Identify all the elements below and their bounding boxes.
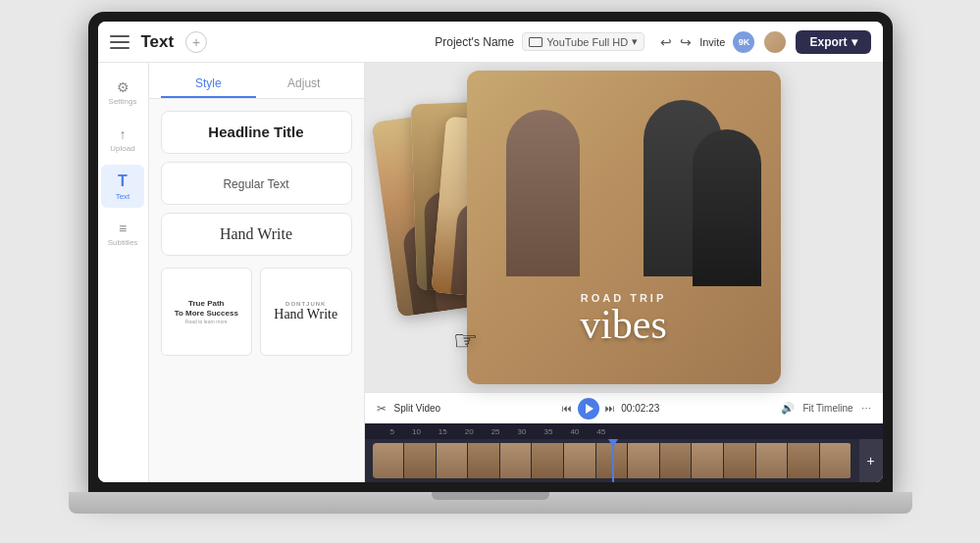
timeline-thumb: [628, 443, 659, 478]
cursor-hand-icon: ☞: [453, 324, 478, 357]
prev-button[interactable]: ⏮: [562, 403, 572, 414]
panel-tabs: Style Adjust: [149, 63, 364, 99]
card-title-text: True PathTo More Success: [175, 299, 238, 320]
timeline-thumb: [756, 443, 788, 478]
card-text-content: True PathTo More Success Read to learn m…: [175, 299, 238, 325]
play-button[interactable]: [578, 398, 599, 420]
scissors-icon[interactable]: ✂: [377, 402, 387, 416]
timeline-thumb: [564, 443, 595, 478]
ruler-mark: 40: [570, 427, 579, 436]
vibes-text: vibes: [467, 304, 781, 345]
timeline-track[interactable]: +: [365, 439, 883, 482]
timeline-thumb: [373, 443, 404, 478]
card-text-preview[interactable]: True PathTo More Success Read to learn m…: [161, 268, 253, 356]
timeline-playhead[interactable]: [612, 439, 614, 482]
text-style-headline[interactable]: Headline Title: [161, 111, 352, 154]
canvas-main[interactable]: ☞ R: [365, 63, 883, 392]
card-sub-text: Read to learn more: [175, 319, 238, 324]
more-options-icon[interactable]: ⋯: [861, 403, 871, 414]
next-button[interactable]: ⏭: [605, 403, 615, 414]
playback-controls: ⏮ ⏭ 00:02:23: [562, 398, 659, 420]
page-title: Text: [141, 32, 175, 52]
undo-button[interactable]: ↩: [660, 34, 672, 50]
card-handwrite-text: Hand Write: [274, 307, 337, 322]
regular-preview: Regular Text: [223, 177, 288, 191]
sidebar-item-subtitles[interactable]: ≡ Subtitles: [101, 212, 144, 255]
volume-icon[interactable]: 🔊: [781, 402, 795, 415]
format-label: YouTube Full HD: [546, 36, 628, 48]
ruler-marks: 5 10 15 20 25 30 35 40 45: [373, 427, 606, 436]
menu-icon[interactable]: [110, 35, 129, 49]
ruler-mark: 35: [543, 427, 552, 436]
collaborators-count[interactable]: 9K: [733, 31, 754, 53]
topbar: Text + Project's Name YouTube Full HD ▾ …: [98, 22, 883, 63]
timeline-track-content: [365, 439, 859, 482]
text-style-regular[interactable]: Regular Text: [161, 162, 352, 205]
add-text-button[interactable]: +: [185, 31, 207, 53]
handwrite-preview: Hand Write: [220, 225, 292, 242]
timeline-thumb: [404, 443, 436, 478]
ruler-mark: 30: [518, 427, 527, 436]
laptop-screen-border: Text + Project's Name YouTube Full HD ▾ …: [88, 12, 893, 492]
canvas-background: ROAD TRIP vibes: [467, 71, 781, 384]
text-style-handwrite[interactable]: Hand Write: [161, 213, 352, 256]
avatar[interactable]: [762, 29, 788, 55]
play-icon: [586, 404, 593, 414]
project-name[interactable]: Project's Name: [435, 35, 514, 49]
sidebar-item-settings[interactable]: ⚙ Settings: [101, 71, 144, 114]
main-content: ⚙ Settings ↑ Upload T Text ≡: [98, 63, 883, 482]
laptop-wrapper: Text + Project's Name YouTube Full HD ▾ …: [69, 12, 912, 531]
bottom-controls: ✂ Split Video ⏮ ⏭ 00:02:23: [365, 392, 883, 423]
canvas-overlay-text: ROAD TRIP vibes: [467, 292, 781, 345]
tab-style[interactable]: Style: [161, 71, 257, 98]
sidebar-item-text[interactable]: T Text: [101, 165, 144, 208]
timeline-thumb: [500, 443, 532, 478]
ruler-mark: 20: [465, 427, 474, 436]
export-button[interactable]: Export ▾: [796, 30, 870, 54]
ruler-mark: 25: [491, 427, 500, 436]
text-icon: T: [118, 173, 128, 190]
laptop-base: [69, 492, 912, 514]
fit-label: Fit Timeline: [802, 403, 852, 414]
invite-button[interactable]: Invite: [699, 36, 725, 48]
subtitles-icon: ≡: [119, 221, 127, 236]
settings-icon: ⚙: [117, 79, 129, 95]
timeline-thumb: [724, 443, 755, 478]
text-panel: Style Adjust Headline Title Regular Text: [149, 63, 365, 482]
timeline-thumb: [660, 443, 692, 478]
timeline-add-button[interactable]: +: [859, 439, 883, 482]
split-video-label[interactable]: Split Video: [394, 403, 441, 414]
export-chevron-icon: ▾: [851, 35, 857, 49]
topbar-actions: ↩ ↪ Invite 9K Export ▾: [660, 29, 870, 55]
format-chevron-icon: ▾: [632, 35, 638, 48]
timeline-thumb: [692, 443, 723, 478]
fit-timeline-button[interactable]: Fit Timeline: [802, 403, 852, 414]
ruler-mark: 15: [438, 427, 447, 436]
sidebar: ⚙ Settings ↑ Upload T Text ≡: [98, 63, 149, 482]
card-handwrite-preview[interactable]: dontjunk Hand Write: [260, 268, 352, 356]
format-icon: [529, 37, 542, 47]
ruler-mark: 45: [596, 427, 605, 436]
canvas-area: ☞ R: [365, 63, 883, 482]
format-selector[interactable]: YouTube Full HD ▾: [522, 32, 645, 51]
upload-icon: ↑: [120, 126, 127, 142]
timecode-display: 00:02:23: [621, 403, 659, 414]
timeline-thumb: [437, 443, 468, 478]
tab-adjust[interactable]: Adjust: [256, 71, 352, 98]
sidebar-label-subtitles: Subtitles: [108, 238, 138, 247]
ruler-mark: 5: [390, 427, 394, 436]
card-handwrite-content: dontjunk Hand Write: [274, 301, 337, 322]
sidebar-label-text: Text: [116, 192, 130, 201]
timeline-ruler: 5 10 15 20 25 30 35 40 45: [365, 423, 883, 439]
ruler-mark: 10: [412, 427, 421, 436]
timeline-thumb: [820, 443, 851, 478]
laptop-screen: Text + Project's Name YouTube Full HD ▾ …: [98, 22, 883, 482]
timeline: 5 10 15 20 25 30 35 40 45: [365, 423, 883, 482]
timeline-thumb: [788, 443, 819, 478]
redo-button[interactable]: ↪: [680, 34, 692, 50]
sidebar-label-settings: Settings: [109, 97, 137, 106]
sidebar-label-upload: Upload: [110, 144, 134, 153]
sidebar-item-upload[interactable]: ↑ Upload: [101, 118, 144, 161]
timeline-thumb: [468, 443, 499, 478]
canvas-frame[interactable]: ROAD TRIP vibes: [467, 71, 781, 384]
